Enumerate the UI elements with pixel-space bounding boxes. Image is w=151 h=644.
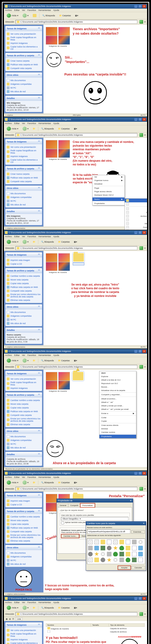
group-title: Tareas de imágenes (7, 28, 26, 30)
collapse-icon[interactable]: ⌃ (38, 54, 41, 57)
transparent-icon[interactable] (88, 540, 93, 544)
menu-item[interactable]: Actualizar (92, 182, 124, 186)
file-list-view[interactable]: NombreTamañoTipo de elemento Imágenes de… (46, 623, 145, 633)
submenu-item-folder[interactable]: Carpeta (125, 199, 147, 202)
folder-view[interactable]: Imágenes de muestra Tienes archivos "Imp… (44, 25, 147, 113)
menu-item[interactable]: Editar (14, 9, 20, 12)
submenu-new[interactable]: Carpeta Acceso directo Maletín AbiWord D… (124, 198, 147, 230)
icon-list[interactable] (87, 538, 145, 564)
transparent-icon[interactable] (94, 540, 99, 544)
panel-3: C:\Documents and Settings\ivioi2e2\Mis d… (4, 230, 147, 348)
menu-item[interactable]: Archivo (5, 9, 12, 12)
maximize-button[interactable]: □ (138, 118, 142, 121)
sample-pictures-folder[interactable]: Imágenes de muestra (46, 27, 70, 47)
sidebar-item[interactable]: Copiar todos los elementos a CD (7, 45, 41, 51)
address-input[interactable]: C:\Documents and Settings\ivioi2e2\Mis d… (16, 20, 137, 24)
change-icon-dialog[interactable]: Cambiar icono para la carpeta✕ Buscar ic… (86, 521, 146, 570)
ok-button[interactable]: Aceptar (118, 566, 130, 570)
sample-pictures-folder[interactable]: Imágenes de muestra (46, 372, 70, 392)
minimize-button[interactable]: _ (134, 118, 138, 121)
caption-text: Pestaña "Personalizar" (109, 494, 145, 498)
collapse-icon[interactable]: ⌃ (38, 97, 41, 100)
sidebar-item[interactable]: Ver como una presentación (7, 32, 41, 36)
folder-icon (5, 5, 8, 8)
sample-pictures-folder[interactable]: Imágenes de muestra (46, 140, 70, 160)
tab-customize[interactable]: Personalizar (80, 504, 95, 507)
menu-item[interactable]: Herramientas (38, 9, 51, 12)
search-button[interactable]: 🔍 Búsqueda (41, 14, 56, 18)
new-folder-renaming[interactable] (73, 253, 84, 265)
collapse-icon[interactable]: ⌃ (38, 74, 41, 77)
folder-context-menu[interactable]: Abrir Explorar Añadir a la lista de VLC … (99, 371, 136, 438)
cancel-button[interactable]: Cancelar (132, 566, 145, 570)
up-button[interactable] (31, 13, 38, 18)
sidebar-item[interactable]: Publicar esta carpeta en Web (7, 63, 41, 66)
sidebar-item[interactable]: Imágenes compartidas (7, 82, 41, 86)
menu-item[interactable]: Organizar iconos▶ (92, 179, 124, 182)
collapse-icon[interactable]: ⌃ (38, 27, 41, 30)
tab-general[interactable]: General (58, 504, 68, 507)
close-button[interactable]: × (142, 5, 146, 8)
views-button[interactable]: ▦▾ (74, 14, 80, 18)
context-menu[interactable]: Ver▶ Organizar iconos▶ Actualizar Pegar … (92, 175, 125, 205)
icon-file-input[interactable]: %SystemRoot%\system32\SHELL32.dll (87, 529, 130, 534)
invisible-folder[interactable] (73, 372, 84, 380)
panel-4: C:\Documents and Settings\ivioi2e2\Mis d… (4, 349, 147, 470)
sidebar-item[interactable]: Compartir esta carpeta (7, 66, 41, 70)
address-label: Dirección (5, 21, 14, 23)
tab-share[interactable]: Compartir (68, 504, 80, 507)
caption-text: Ahora ve a las propiedades de la carpeta (53, 461, 116, 465)
menu-item[interactable]: Ver (22, 9, 25, 12)
window-titlebar[interactable]: C:\Documents and Settings\ivioi2e2\Mis d… (4, 4, 147, 8)
sidebar-item[interactable]: Pedir copias fotográficas en línea (7, 36, 41, 41)
menu-item-properties[interactable]: Propiedades (100, 435, 136, 438)
sidebar-item[interactable]: Mis documentos (7, 78, 41, 82)
menu-item[interactable]: Pegar (92, 186, 124, 190)
back-button[interactable]: Atrás ▾ (5, 13, 20, 18)
sidebar-item[interactable]: Imprimir imágenes (7, 41, 41, 45)
caption-text: PD: Para ocultar mejor la carpeta tendrá… (46, 640, 112, 644)
caption-text: Crea una nueva carpeta y cambiale el nom… (73, 140, 145, 166)
list-item[interactable]: Carpeta de archivos (46, 630, 145, 633)
details-name: Mis imágenes (7, 102, 20, 104)
menu-item[interactable]: Favoritos (28, 9, 36, 12)
folders-button[interactable]: 📁 Carpetas (58, 14, 72, 18)
sidebar-item[interactable]: Crear nueva carpeta (7, 59, 41, 63)
thumb-caption: Imágenes de muestra (49, 45, 67, 47)
menu-item[interactable]: Pegar acceso directo (92, 190, 124, 193)
dialog-title: Cambiar icono para la carpeta (87, 522, 115, 524)
status-bar: 1 objetos456 bytesMi PC (4, 113, 147, 117)
menu-item[interactable]: Ayuda (53, 9, 59, 12)
view-mode[interactable]: Lista (15, 618, 22, 620)
back-button[interactable]: Atrás ▾ (5, 126, 20, 132)
forward-button[interactable]: ▾ (21, 13, 30, 18)
panel-5: C:\Documents and Settings\ivioi2e2\Mis d… (4, 471, 147, 596)
menu-item[interactable]: Ver▶ (92, 175, 124, 179)
go-button[interactable] (140, 20, 143, 24)
address-input[interactable]: C:\Documents and Settings\ivioi2e2\Mis d… (16, 133, 137, 137)
field-label: Buscar iconos en este archivo: (87, 526, 145, 528)
arrow-icon (76, 368, 80, 371)
change-icon-button[interactable]: Cambiar icono... (61, 534, 79, 538)
minimize-button[interactable]: _ (134, 5, 138, 8)
menu-item[interactable]: Deshacer Mover Ctrl+Z (92, 193, 124, 197)
sample-pictures-folder[interactable]: Imágenes de muestra (46, 253, 70, 274)
tasks-images-group: Tareas de imágenes⌃ Ver como una present… (5, 26, 42, 52)
dialog-close-icon[interactable]: ✕ (143, 522, 145, 524)
dialog-title: Propiedades de (58, 500, 72, 502)
dialog-close-icon[interactable]: ✕ (130, 500, 132, 502)
list-item[interactable]: Imágenes de muestraCarpeta de archivos (46, 627, 145, 630)
menu-item-new[interactable]: Nuevo▶ (92, 198, 124, 201)
go-button[interactable] (140, 133, 143, 137)
rename-input[interactable] (73, 262, 84, 265)
browse-button[interactable]: Examinar... (131, 530, 145, 534)
properties-dialog[interactable]: Propiedades de✕ General Compartir Person… (56, 498, 133, 560)
group-title: Otros sitios (7, 74, 18, 76)
maximize-button[interactable]: □ (138, 5, 142, 8)
menu-item[interactable]: Propiedades (92, 202, 124, 205)
sidebar-item[interactable]: Mis sitios de red (7, 90, 41, 94)
sidebar-item[interactable]: Mi PC (7, 86, 41, 90)
close-button[interactable]: × (142, 118, 146, 121)
details-group: Detalles⌃ Mis imágenes Carpeta de archiv… (5, 96, 42, 112)
apply-subfolders-checkbox[interactable] (61, 521, 64, 524)
